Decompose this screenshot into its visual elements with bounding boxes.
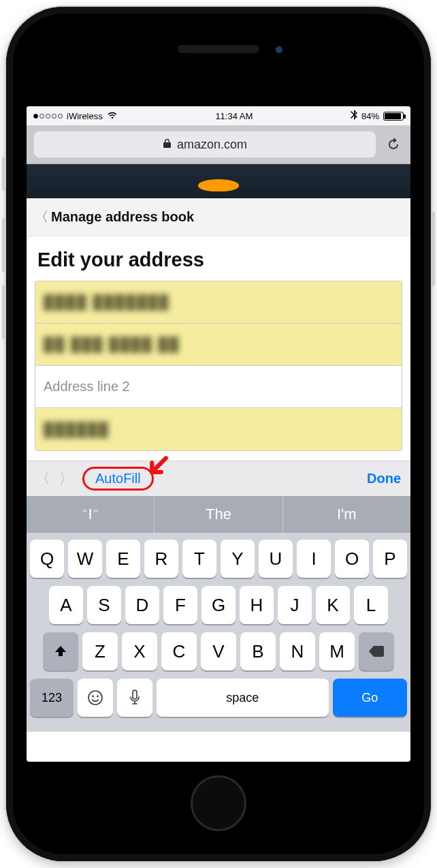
page-title: Edit your address: [27, 236, 410, 279]
battery-icon: [383, 112, 404, 121]
screen: iWireless 11:34 AM 84% amazon.com: [27, 106, 410, 762]
chevron-left-icon: 〈: [35, 208, 48, 226]
front-camera: [276, 46, 282, 53]
name-field[interactable]: ████ ███████: [35, 281, 402, 324]
key-o[interactable]: O: [335, 540, 369, 578]
address1-field[interactable]: ██ ███ ████ ██: [35, 324, 402, 366]
volume-up-button: [2, 218, 6, 273]
city-value: ██████: [44, 422, 110, 437]
done-button[interactable]: Done: [367, 471, 401, 486]
key-i[interactable]: I: [297, 540, 331, 578]
space-key[interactable]: space: [157, 679, 329, 717]
key-z[interactable]: Z: [82, 632, 118, 670]
key-q[interactable]: Q: [30, 540, 64, 578]
city-field[interactable]: ██████: [35, 408, 402, 450]
key-j[interactable]: J: [278, 586, 312, 624]
lock-icon: [163, 138, 172, 152]
bluetooth-icon: [351, 110, 357, 122]
browser-nav-bar: amazon.com: [27, 125, 410, 164]
clock-label: 11:34 AM: [215, 111, 253, 121]
shift-key[interactable]: [43, 632, 78, 670]
key-p[interactable]: P: [373, 540, 407, 578]
key-x[interactable]: X: [122, 632, 157, 670]
emoji-key[interactable]: [78, 679, 113, 717]
key-y[interactable]: Y: [221, 540, 255, 578]
svg-rect-3: [133, 690, 137, 699]
key-d[interactable]: D: [125, 586, 159, 624]
battery-percent-label: 84%: [361, 111, 379, 121]
name-value: ████ ███████: [44, 294, 169, 310]
mute-switch: [2, 157, 6, 191]
svg-point-0: [88, 691, 102, 704]
predictive-suggestion[interactable]: I'm: [283, 496, 410, 533]
key-a[interactable]: A: [49, 586, 83, 624]
key-l[interactable]: L: [354, 586, 388, 624]
predictive-bar: "I" The I'm: [27, 496, 410, 533]
key-k[interactable]: K: [316, 586, 350, 624]
key-e[interactable]: E: [106, 540, 140, 578]
key-u[interactable]: U: [259, 540, 293, 578]
key-g[interactable]: G: [201, 586, 236, 624]
keyboard: Q W E R T Y U I O P A S D F G H J K L: [27, 533, 410, 732]
speaker-grille: [178, 45, 259, 53]
breadcrumb-label: Manage address book: [51, 209, 194, 225]
key-m[interactable]: M: [319, 632, 355, 670]
wifi-icon: [107, 111, 118, 121]
status-bar: iWireless 11:34 AM 84%: [27, 106, 410, 125]
numeric-key[interactable]: 123: [30, 679, 74, 717]
predictive-suggestion[interactable]: "I": [27, 496, 155, 533]
dictation-key[interactable]: [117, 679, 152, 717]
address2-placeholder: Address line 2: [44, 379, 130, 394]
backspace-key[interactable]: [359, 632, 394, 670]
home-button[interactable]: [191, 775, 246, 831]
breadcrumb[interactable]: 〈 Manage address book: [27, 198, 410, 236]
status-left: iWireless: [33, 111, 118, 121]
key-b[interactable]: B: [240, 632, 276, 670]
url-bar[interactable]: amazon.com: [33, 131, 376, 158]
key-f[interactable]: F: [163, 586, 197, 624]
key-w[interactable]: W: [68, 540, 102, 578]
key-s[interactable]: S: [87, 586, 121, 624]
go-key[interactable]: Go: [333, 679, 407, 717]
url-domain-label: amazon.com: [177, 138, 247, 152]
key-t[interactable]: T: [182, 540, 216, 578]
page-banner: [27, 164, 410, 198]
prev-field-button[interactable]: 〈: [36, 469, 50, 488]
next-field-button[interactable]: 〉: [59, 469, 73, 488]
carrier-label: iWireless: [67, 111, 103, 121]
key-h[interactable]: H: [240, 586, 274, 624]
phone-frame: iWireless 11:34 AM 84% amazon.com: [6, 7, 431, 861]
volume-down-button: [2, 285, 6, 339]
status-right: 84%: [351, 110, 404, 122]
power-button: [431, 211, 435, 286]
key-v[interactable]: V: [201, 632, 236, 670]
address1-value: ██ ███ ████ ██: [44, 337, 180, 352]
svg-point-2: [97, 696, 99, 698]
reload-button[interactable]: [383, 134, 404, 155]
address-form: ████ ███████ ██ ███ ████ ██ Address line…: [35, 281, 402, 451]
signal-dots-icon: [33, 114, 63, 119]
svg-point-1: [92, 696, 94, 698]
predictive-suggestion[interactable]: The: [155, 496, 282, 533]
key-r[interactable]: R: [144, 540, 178, 578]
key-n[interactable]: N: [280, 632, 315, 670]
keyboard-toolbar: 〈 〉 AutoFill ➜ Done: [27, 461, 410, 496]
address2-field[interactable]: Address line 2: [35, 366, 402, 408]
key-c[interactable]: C: [161, 632, 197, 670]
